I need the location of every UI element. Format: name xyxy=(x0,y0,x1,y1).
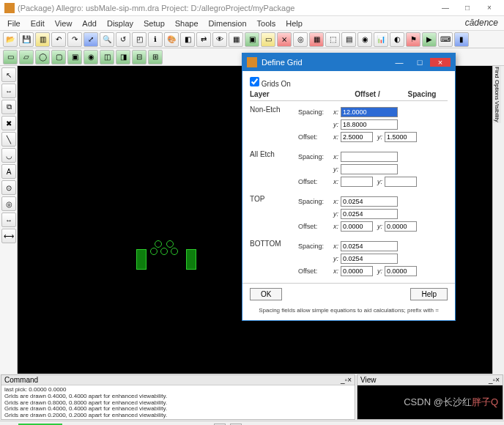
grids-on-check[interactable]: Grids On xyxy=(250,80,291,88)
vt-measure-icon[interactable]: ↔ xyxy=(1,212,16,227)
command-log[interactable]: last pick: 0.0000 0.0000 Grids are drawn… xyxy=(1,385,355,419)
tb-zoomin-icon[interactable]: 🔍 xyxy=(100,32,114,47)
tb2-shape2-icon[interactable]: ▱ xyxy=(19,50,34,64)
tb-undo-icon[interactable]: ↶ xyxy=(51,32,66,47)
tb-tool19-icon[interactable]: ◎ xyxy=(293,32,308,47)
window-maximize[interactable]: □ xyxy=(457,1,478,15)
x-label: x: xyxy=(331,267,338,275)
tb2-shape3-icon[interactable]: ◯ xyxy=(35,50,50,64)
spacing-x-input[interactable] xyxy=(341,152,398,162)
menu-tools[interactable]: Tools xyxy=(253,18,281,29)
dialog-titlebar[interactable]: Define Grid — □ × xyxy=(242,53,455,71)
offset-y-input[interactable] xyxy=(385,132,417,142)
vt-line-icon[interactable]: ╲ xyxy=(1,132,16,147)
vt-arc-icon[interactable]: ◡ xyxy=(1,148,16,163)
dock-close-icon[interactable]: × xyxy=(495,376,500,384)
vt-pin-icon[interactable]: ⊙ xyxy=(1,180,16,195)
dialog-close[interactable]: × xyxy=(430,58,451,67)
dialog-maximize[interactable]: □ xyxy=(410,58,430,67)
menu-file[interactable]: File xyxy=(3,18,25,29)
vt-via-icon[interactable]: ◎ xyxy=(1,196,16,211)
panel-options[interactable]: Options xyxy=(493,79,501,101)
vt-dim-icon[interactable]: ⟷ xyxy=(1,229,16,243)
tb-zoomsel-icon[interactable]: ◰ xyxy=(132,32,147,47)
tb-highlight-icon[interactable]: ◧ xyxy=(180,32,195,47)
tb-place-icon[interactable]: ▣ xyxy=(245,32,259,47)
menu-setup[interactable]: Setup xyxy=(139,18,169,29)
menu-edit[interactable]: Edit xyxy=(26,18,49,29)
brand-logo: cādence xyxy=(465,18,498,28)
tb2-merge-icon[interactable]: ⊞ xyxy=(148,50,163,64)
tb-zoomfit-icon[interactable]: ⤢ xyxy=(84,32,98,47)
offset-x-input[interactable] xyxy=(341,132,373,142)
tb-redo-icon[interactable]: ↷ xyxy=(67,32,82,47)
tb2-shape1-icon[interactable]: ▭ xyxy=(3,50,18,64)
tb2-circ-icon[interactable]: ◉ xyxy=(84,50,98,64)
menu-view[interactable]: View xyxy=(51,18,77,29)
tb-drc-icon[interactable]: ⨯ xyxy=(277,32,292,47)
vt-copy-icon[interactable]: ⧉ xyxy=(1,100,16,114)
spacing-x-input[interactable] xyxy=(341,107,398,117)
window-minimize[interactable]: — xyxy=(435,1,456,15)
tb-visibility-icon[interactable]: 👁 xyxy=(212,32,227,47)
spacing-y-input[interactable] xyxy=(341,119,398,130)
tb-zoomprev-icon[interactable]: ↺ xyxy=(116,32,130,47)
vt-text-icon[interactable]: A xyxy=(1,164,16,179)
spacing-y-input[interactable] xyxy=(341,164,398,174)
offset-y-input[interactable] xyxy=(385,266,417,276)
tb-meter-icon[interactable]: ◉ xyxy=(357,32,372,47)
grid-row-top: TOP Spacing: x: y: Offset: x: y: xyxy=(250,195,448,232)
help-button[interactable]: Help xyxy=(410,288,448,300)
spacing-x-input[interactable] xyxy=(341,196,398,207)
tb-save-icon[interactable]: 💾 xyxy=(19,32,34,47)
offset-y-input[interactable] xyxy=(385,221,417,232)
dialog-minimize[interactable]: — xyxy=(389,58,410,67)
offset-x-input[interactable] xyxy=(341,221,373,232)
tb-color-icon[interactable]: 🎨 xyxy=(164,32,179,47)
offset-x-input[interactable] xyxy=(341,177,373,187)
tb-tool15-icon[interactable]: ▦ xyxy=(229,32,243,47)
menu-dimension[interactable]: Dimension xyxy=(204,18,251,29)
tb-chart-icon[interactable]: 📊 xyxy=(374,32,388,47)
vt-delete-icon[interactable]: ✖ xyxy=(1,116,16,130)
grids-on-checkbox[interactable] xyxy=(250,77,259,86)
tb2-void-icon[interactable]: ⊟ xyxy=(132,50,147,64)
menu-help[interactable]: Help xyxy=(281,18,307,29)
tb-open-icon[interactable]: 📂 xyxy=(3,32,18,47)
menu-add[interactable]: Add xyxy=(78,18,101,29)
tb-skill-icon[interactable]: ⌨ xyxy=(438,32,453,47)
menu-shape[interactable]: Shape xyxy=(171,18,203,29)
dock-close-icon[interactable]: × xyxy=(347,376,352,384)
menu-display[interactable]: Display xyxy=(103,18,138,29)
tb-3d-icon[interactable]: ⬚ xyxy=(325,32,340,47)
panel-visibility[interactable]: Visibility xyxy=(493,100,501,123)
tb-swap-icon[interactable]: ⇄ xyxy=(196,32,211,47)
tb-info-icon[interactable]: ℹ xyxy=(148,32,163,47)
tb-toggle-icon[interactable]: ◐ xyxy=(390,32,404,47)
offset-x-input[interactable] xyxy=(341,266,373,276)
spacing-y-input[interactable] xyxy=(341,209,398,219)
side-dock: Find Options Visibility xyxy=(492,66,504,374)
offset-y-input[interactable] xyxy=(385,177,417,187)
tb-cmd-icon[interactable]: ▮ xyxy=(454,32,469,47)
vt-move-icon[interactable]: ↔ xyxy=(1,84,16,98)
tb-flag-icon[interactable]: ⚑ xyxy=(406,32,420,47)
vt-select-icon[interactable]: ↖ xyxy=(1,67,16,82)
x-label: x: xyxy=(331,178,338,185)
window-title: (Package) Allegro: usbMale-sip-mm.dra Pr… xyxy=(18,4,435,12)
tb-xsect-icon[interactable]: ▤ xyxy=(341,32,356,47)
tb2-edit2-icon[interactable]: ◨ xyxy=(116,50,130,64)
canvas-via xyxy=(171,248,178,255)
spacing-x-input[interactable] xyxy=(341,241,398,251)
window-close[interactable]: × xyxy=(479,1,500,15)
tb-layers-icon[interactable]: ▥ xyxy=(35,32,50,47)
tb2-rect-icon[interactable]: ▢ xyxy=(51,50,66,64)
panel-find[interactable]: Find xyxy=(493,66,501,79)
tb-grid-red-icon[interactable]: ▦ xyxy=(309,32,324,47)
tb2-edit1-icon[interactable]: ◫ xyxy=(100,50,114,64)
ok-button[interactable]: OK xyxy=(250,288,282,300)
spacing-y-input[interactable] xyxy=(341,254,398,264)
tb-route-icon[interactable]: ▭ xyxy=(261,32,275,47)
tb-run-icon[interactable]: ▶ xyxy=(422,32,437,47)
tb2-rect2-icon[interactable]: ▣ xyxy=(67,50,82,64)
